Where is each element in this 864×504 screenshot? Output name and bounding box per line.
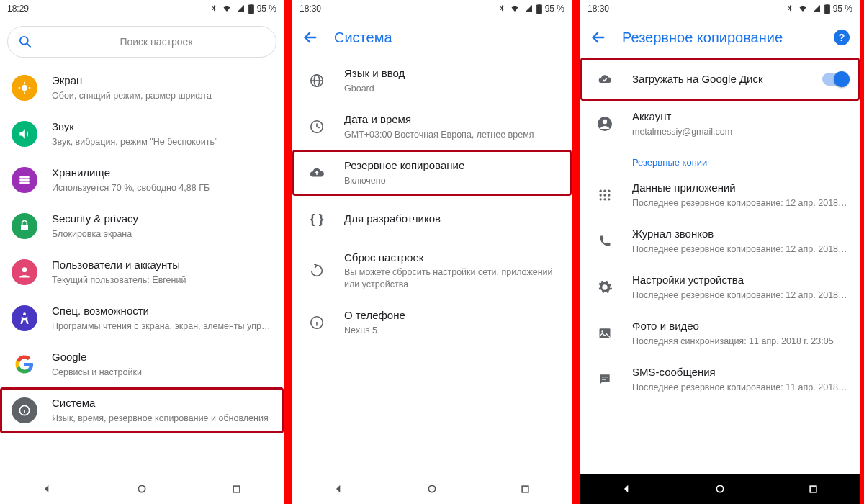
message-icon <box>592 366 618 392</box>
image-icon <box>592 320 618 346</box>
item-app-data[interactable]: Данные приложенийПоследнее резервное коп… <box>580 172 860 218</box>
svg-rect-19 <box>233 486 240 492</box>
back-icon[interactable] <box>302 30 318 45</box>
item-device-settings[interactable]: Настройки устройстваПоследнее резервное … <box>580 264 860 310</box>
status-bar: 18:30 95 % <box>292 0 572 17</box>
item-reset[interactable]: Сброс настроекВы можете сбросить настрой… <box>292 242 572 300</box>
nav-recent-icon[interactable] <box>230 482 243 495</box>
toggle-switch[interactable] <box>822 73 848 86</box>
svg-rect-51 <box>810 486 816 492</box>
phone-icon <box>592 228 618 254</box>
svg-rect-46 <box>600 328 611 338</box>
item-sub: Текущий пользователь: Евгений <box>52 274 272 287</box>
status-bar: 18:29 95 % <box>0 0 284 17</box>
nav-back-icon[interactable] <box>621 482 634 495</box>
item-sub: Сервисы и настройки <box>52 366 272 379</box>
svg-point-50 <box>716 485 723 492</box>
nav-home-icon[interactable] <box>426 482 438 495</box>
wifi-icon <box>797 4 809 13</box>
display-icon <box>12 75 37 101</box>
item-upload-drive[interactable]: Загружать на Google Диск <box>580 58 860 101</box>
item-system[interactable]: СистемаЯзык, время, резервное копировани… <box>0 387 284 433</box>
search-wrap: Поиск настроек <box>0 17 284 65</box>
svg-point-13 <box>22 267 27 272</box>
nav-back-icon[interactable] <box>41 482 54 495</box>
braces-icon: { } <box>304 206 330 232</box>
user-icon <box>12 259 37 285</box>
back-icon[interactable] <box>590 30 606 45</box>
screenshot-settings-list: 18:29 95 % Поиск настроек ЭкранОбои, спя… <box>0 0 288 504</box>
item-title: Хранилище <box>52 166 272 180</box>
svg-point-37 <box>600 190 602 192</box>
item-title: Пользователи и аккаунты <box>52 258 272 272</box>
svg-rect-21 <box>538 4 540 5</box>
item-sub: Программы чтения с экрана, экран, элемен… <box>52 320 272 333</box>
item-sub: Последнее резервное копирование: 12 апр.… <box>632 197 848 210</box>
sound-icon <box>12 121 37 147</box>
bluetooth-icon <box>498 4 506 14</box>
item-title: Аккаунт <box>632 109 848 124</box>
item-storage[interactable]: ХранилищеИспользуется 70 %, свободно 4,8… <box>0 157 284 203</box>
help-icon[interactable]: ? <box>834 30 850 45</box>
nav-home-icon[interactable] <box>714 482 726 495</box>
nav-back-icon[interactable] <box>333 482 346 495</box>
section-heading: Резервные копии <box>580 147 860 172</box>
page-title: Резервное копирование <box>622 30 818 46</box>
status-time: 18:30 <box>300 4 321 14</box>
settings-list: ЭкранОбои, спящий режим, размер шрифта З… <box>0 65 284 474</box>
svg-rect-12 <box>21 225 28 230</box>
item-language[interactable]: Язык и вводGboard <box>292 58 572 104</box>
battery-percent: 95 % <box>257 4 276 14</box>
svg-point-4 <box>22 85 27 91</box>
item-security[interactable]: Security & privacyБлокировка экрана <box>0 203 284 249</box>
svg-rect-20 <box>536 5 542 14</box>
wifi-icon <box>221 4 233 13</box>
item-display[interactable]: ЭкранОбои, спящий режим, размер шрифта <box>0 65 284 111</box>
item-about[interactable]: О телефонеNexus 5 <box>292 300 572 346</box>
item-sub: Используется 70 %, свободно 4,88 ГБ <box>52 182 272 194</box>
item-sub: Звук, вибрация, режим "Не беспокоить" <box>52 136 272 148</box>
item-sound[interactable]: ЗвукЗвук, вибрация, режим "Не беспокоить… <box>0 111 284 157</box>
nav-bar <box>0 474 284 504</box>
svg-point-47 <box>601 330 603 333</box>
nav-recent-icon[interactable] <box>806 482 819 495</box>
item-developer[interactable]: { } Для разработчиков <box>292 196 572 242</box>
page-title: Система <box>334 30 562 46</box>
battery-percent: 95 % <box>833 4 852 14</box>
svg-point-39 <box>608 190 610 192</box>
nav-home-icon[interactable] <box>135 482 148 495</box>
item-title: Фото и видео <box>632 319 848 333</box>
screenshot-backup: 18:30 95 % Резервное копирование ? Загру… <box>576 0 864 504</box>
status-icons: 95 % <box>210 4 276 14</box>
item-account[interactable]: Аккаунтmetalmessiy@gmail.com <box>580 101 860 147</box>
svg-point-36 <box>603 120 607 124</box>
item-google[interactable]: GoogleСервисы и настройки <box>0 341 284 387</box>
item-photos[interactable]: Фото и видеоПоследняя синхронизация: 11 … <box>580 310 860 356</box>
svg-point-43 <box>600 198 602 200</box>
svg-rect-1 <box>250 4 252 5</box>
item-backup[interactable]: Резервное копированиеВключено <box>292 150 572 196</box>
backup-list: Загружать на Google Диск Аккаунтmetalmes… <box>580 58 860 474</box>
item-title: Система <box>52 396 272 410</box>
bluetooth-icon <box>786 4 794 14</box>
item-title: Данные приложений <box>632 181 848 195</box>
svg-rect-9 <box>19 176 29 178</box>
item-users[interactable]: Пользователи и аккаунтыТекущий пользоват… <box>0 249 284 295</box>
search-input[interactable]: Поиск настроек <box>7 26 276 58</box>
info-icon <box>304 310 330 336</box>
svg-point-30 <box>428 485 435 492</box>
svg-point-2 <box>20 37 28 45</box>
item-title: Резервное копирование <box>344 158 560 173</box>
item-sms[interactable]: SMS-сообщенияПоследнее резервное копиров… <box>580 356 860 402</box>
nav-bar <box>580 474 860 504</box>
app-bar: Система <box>292 17 572 58</box>
item-sub: Последнее резервное копирование: 12 апр.… <box>632 243 848 256</box>
item-accessibility[interactable]: Спец. возможностиПрограммы чтения с экра… <box>0 295 284 341</box>
nav-recent-icon[interactable] <box>518 482 531 495</box>
nav-bar <box>292 474 572 504</box>
item-sub: metalmessiy@gmail.com <box>632 126 848 138</box>
item-call-log[interactable]: Журнал звонковПоследнее резервное копиро… <box>580 218 860 264</box>
item-datetime[interactable]: Дата и времяGMT+03:00 Восточная Европа, … <box>292 104 572 150</box>
svg-point-42 <box>608 194 610 196</box>
item-title: Для разработчиков <box>344 212 560 226</box>
